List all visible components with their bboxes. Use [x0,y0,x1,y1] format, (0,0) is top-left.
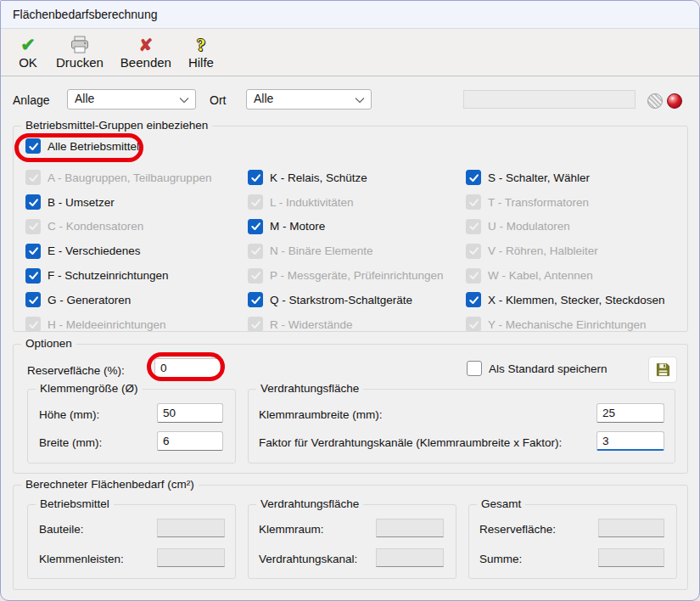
faktor-input[interactable] [596,431,664,451]
faktor-label: Faktor für Verdrahtungskanäle (Klemmraum… [259,436,562,449]
summe-field [598,548,664,567]
device-groups-title: Betriebsmittel-Gruppen einbeziehen [21,119,212,132]
device-group-checkbox[interactable]: G - Generatoren [25,292,248,307]
ok-button[interactable]: ✔ OK [11,34,45,71]
checkbox-box [25,194,41,210]
checkbox-label: M - Motore [270,220,325,233]
checkbox-box [467,361,482,376]
checkbox-als-standard-speichern[interactable]: Als Standard speichern [467,361,608,376]
checkbox-label: C - Kondensatoren [48,220,143,233]
device-group-grid: A - Baugruppen, Teilbaugruppen B - Umset… [25,166,684,337]
toolbar: ✔ OK Drucken ✘ Beenden ? Hilfe [1,30,699,76]
device-group-checkbox[interactable]: F - Schutzeinrichtungen [25,268,248,284]
ok-button-label: OK [19,55,37,70]
reserveflaeche-input[interactable] [154,358,221,378]
checkbox-box [25,292,41,307]
device-group-checkbox: R - Widerstände [248,317,466,332]
help-button[interactable]: ? Hilfe [182,34,220,71]
ort-label: Ort [210,93,226,107]
device-group-checkbox: A - Baugruppen, Teilbaugruppen [25,170,248,185]
device-group-checkbox: V - Röhren, Halbleiter [466,244,684,259]
window-title: Flächenbedarfsberechnung [13,1,157,29]
help-button-label: Hilfe [188,55,214,70]
anlage-select[interactable]: Alle [67,89,196,110]
results-title: Berechneter Flächenbedarf (cm²) [21,478,199,491]
klemmengroesse-title: Klemmengröße (Ø) [36,382,143,395]
device-group-checkbox: T - Transformatoren [466,194,684,210]
results-gesamt-box: Gesamt Reservefläche: Summe: [468,504,677,579]
status-led-red-icon[interactable] [667,93,682,109]
checkbox-label: K - Relais, Schütze [270,171,367,184]
device-group-checkbox[interactable]: X - Klemmen, Stecker, Steckdosen [466,292,684,307]
checkbox-box [25,244,41,259]
checkbox-box [25,219,41,234]
checkbox-box [25,170,41,185]
checkbox-box [466,244,481,259]
checkbox-label: W - Kabel, Antennen [488,269,593,282]
verdrahtungsflaeche-title: Verdrahtungsfläche [256,382,363,395]
device-group-checkbox[interactable]: E - Verschiedenes [25,244,248,259]
device-group-checkbox: L - Induktivitäten [248,194,466,210]
checkbox-label: N - Binäre Elemente [270,244,373,257]
checkbox-label: E - Verschiedenes [48,244,141,257]
checkbox-label: S - Schalter, Wähler [488,171,590,184]
anlage-label: Anlage [13,93,50,107]
klemmraumbreite-label: Klemmraumbreite (mm): [259,408,383,421]
checkbox-label: Y - Mechanische Einrichtungen [488,318,647,331]
results-betriebsmittel-title: Betriebsmittel [36,497,114,510]
checkbox-box [466,292,481,307]
device-group-checkbox: U - Modulatoren [466,219,684,234]
device-group-checkbox[interactable]: S - Schalter, Wähler [466,170,684,185]
checkbox-box [248,194,263,210]
device-group-checkbox[interactable]: K - Relais, Schütze [248,170,466,185]
quit-button[interactable]: ✘ Beenden [115,34,177,71]
device-group-checkbox: N - Binäre Elemente [248,244,466,259]
klemmraumbreite-input[interactable] [596,403,664,423]
checkbox-label: Q - Starkstrom-Schaltgeräte [270,294,412,306]
checkbox-box [466,317,481,332]
hoehe-input[interactable] [157,403,223,423]
breite-label: Breite (mm): [39,436,102,449]
device-group-checkbox: Y - Mechanische Einrichtungen [466,317,684,332]
klemmengroesse-box: Klemmengröße (Ø) Höhe (mm): Breite (mm): [27,389,236,463]
reserveflaeche-result-label: Reservefläche: [479,523,556,536]
klemmraum-label: Klemmraum: [259,523,324,536]
floppy-disk-icon [656,362,670,377]
results-verdrahtung-box: Verdrahtungsfläche Klemmraum: Verdrahtun… [248,504,456,579]
checkbox-box [466,219,481,234]
checkbox-label: L - Induktivitäten [270,196,354,209]
checkbox-alle-betriebsmittel[interactable]: Alle Betriebsmittel [25,138,139,154]
breite-input[interactable] [157,431,223,451]
checkbox-box [248,292,263,307]
title-bar: Flächenbedarfsberechnung [1,1,699,29]
checkbox-box [248,317,263,332]
print-button[interactable]: Drucken [50,34,109,71]
check-icon: ✔ [20,35,36,55]
reserveflaeche-label: Reservefläche (%): [27,364,125,377]
checkbox-label: A - Baugruppen, Teilbaugruppen [48,171,211,184]
checkbox-box [248,268,263,284]
device-group-checkbox[interactable]: M - Motore [248,219,466,234]
status-led-gray-icon[interactable] [647,93,663,109]
checkbox-label: Als Standard speichern [489,362,608,375]
device-group-checkbox[interactable]: Q - Starkstrom-Schaltgeräte [248,292,466,307]
checkbox-label: R - Widerstände [270,318,353,331]
ort-select[interactable]: Alle [246,89,372,110]
checkbox-label: X - Klemmen, Stecker, Steckdosen [488,294,665,306]
save-default-button[interactable] [648,357,677,383]
quit-button-label: Beenden [120,55,171,70]
print-button-label: Drucken [56,55,104,70]
klemmenleisten-field [157,548,225,567]
close-x-icon: ✘ [139,35,154,55]
device-group-checkbox[interactable]: B - Umsetzer [25,194,248,210]
checkbox-box [248,170,263,185]
bauteile-label: Bauteile: [39,523,84,536]
device-groups-box: Betriebsmittel-Gruppen einbeziehen Alle … [13,126,688,332]
checkbox-label: B - Umsetzer [48,196,115,209]
filter-aux-field [463,90,636,109]
checkbox-label: T - Transformatoren [488,196,589,209]
bauteile-field [157,519,225,537]
printer-icon [70,35,90,55]
checkbox-label: U - Modulatoren [488,220,570,233]
checkbox-box [466,268,481,284]
